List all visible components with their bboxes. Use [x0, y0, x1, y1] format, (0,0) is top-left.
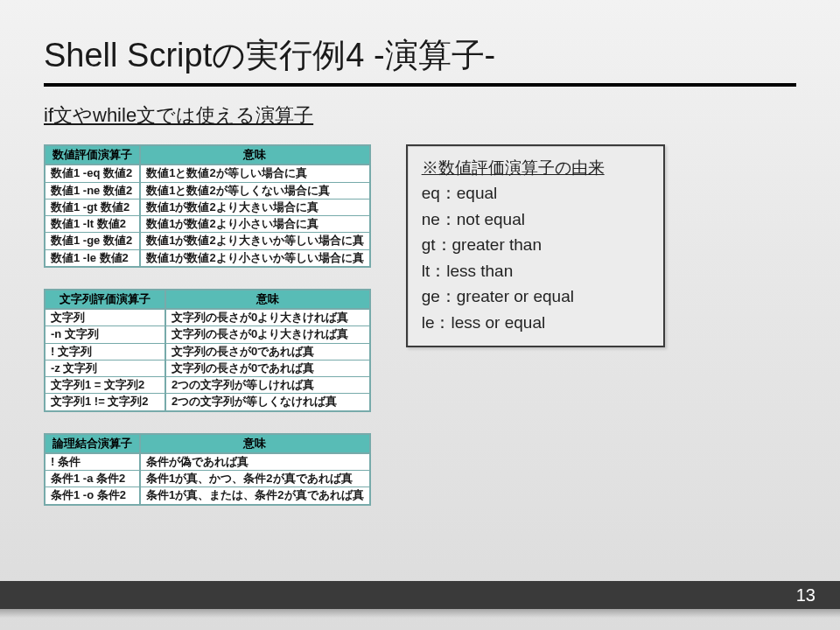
note-line: eq：equal: [422, 184, 498, 202]
table-row: 数値1 -gt 数値2数値1が数値2より大きい場合に真: [45, 199, 370, 215]
table-row: 数値1 -lt 数値2数値1が数値2より小さい場合に真: [45, 216, 370, 233]
note-line: ne：not equal: [422, 210, 525, 228]
table-header-row: 数値評価演算子 意味: [45, 145, 370, 164]
table-row: 条件1 -a 条件2条件1が真、かつ、条件2が真であれば真: [45, 471, 370, 487]
table-row: 文字列1 = 文字列22つの文字列が等しければ真: [45, 377, 370, 394]
table-row: -z 文字列文字列の長さが0であれば真: [45, 360, 370, 376]
title-divider: [44, 83, 796, 87]
string-header-meaning: 意味: [165, 290, 370, 309]
note-line: ge：greater or equal: [422, 287, 574, 305]
page-number: 13: [796, 585, 816, 606]
table-row: 文字列文字列の長さが0より大きければ真: [45, 309, 370, 326]
table-row: 文字列1 != 文字列22つの文字列が等しくなければ真: [45, 394, 370, 411]
table-row: ! 文字列文字列の長さが0であれば真: [45, 343, 370, 360]
footer-bar: [0, 581, 840, 609]
table-row: 数値1 -eq 数値2数値1と数値2が等しい場合に真: [45, 164, 370, 182]
table-row: 数値1 -ne 数値2数値1と数値2が等しくない場合に真: [45, 182, 370, 199]
origin-note-box: ※数値評価演算子の由来 eq：equal ne：not equal gt：gre…: [406, 144, 665, 347]
table-row: 条件1 -o 条件2条件1が真、または、条件2が真であれば真: [45, 487, 370, 505]
note-line: le：less or equal: [422, 313, 546, 332]
page-title: Shell Scriptの実行例4 -演算子-: [44, 33, 796, 78]
table-header-row: 文字列評価演算子 意味: [45, 290, 370, 309]
numeric-operators-table: 数値評価演算子 意味 数値1 -eq 数値2数値1と数値2が等しい場合に真 数値…: [44, 144, 371, 268]
content-row: 数値評価演算子 意味 数値1 -eq 数値2数値1と数値2が等しい場合に真 数値…: [44, 144, 796, 506]
table-row: 数値1 -ge 数値2数値1が数値2より大きいか等しい場合に真: [45, 233, 370, 249]
numeric-header-op: 数値評価演算子: [45, 145, 140, 164]
string-operators-table: 文字列評価演算子 意味 文字列文字列の長さが0より大きければ真 -n 文字列文字…: [44, 289, 371, 412]
table-row: ! 条件条件が偽であれば真: [45, 453, 370, 471]
slide: Shell Scriptの実行例4 -演算子- if文やwhile文では使える演…: [0, 0, 840, 630]
tables-column: 数値評価演算子 意味 数値1 -eq 数値2数値1と数値2が等しい場合に真 数値…: [44, 144, 371, 506]
logical-operators-table: 論理結合演算子 意味 ! 条件条件が偽であれば真 条件1 -a 条件2条件1が真…: [44, 433, 371, 506]
subtitle: if文やwhile文では使える演算子: [44, 102, 796, 129]
note-line: lt：less than: [422, 262, 514, 280]
footer-shadow: [0, 609, 840, 618]
table-header-row: 論理結合演算子 意味: [45, 434, 370, 453]
string-header-op: 文字列評価演算子: [45, 290, 165, 309]
note-title: ※数値評価演算子の由来: [422, 155, 649, 180]
table-row: -n 文字列文字列の長さが0より大きければ真: [45, 326, 370, 343]
numeric-header-meaning: 意味: [140, 145, 369, 164]
note-line: gt：greater than: [422, 235, 542, 254]
table-row: 数値1 -le 数値2数値1が数値2より小さいか等しい場合に真: [45, 249, 370, 267]
logical-header-op: 論理結合演算子: [45, 434, 140, 453]
logical-header-meaning: 意味: [140, 434, 370, 453]
